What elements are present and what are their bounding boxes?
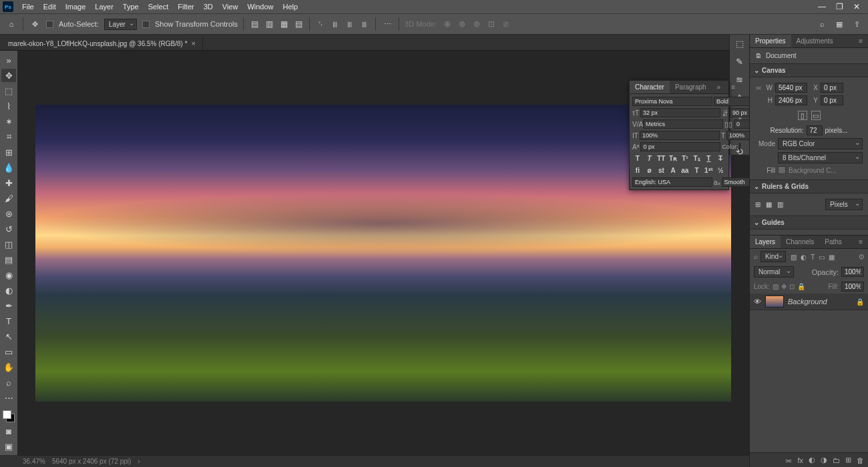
subscript[interactable]: T₁ [692,155,702,162]
document-tab[interactable]: marek-okon-Y8_LOflHcKQ-unsplash.jpg @ 36… [1,37,203,50]
shape-tool[interactable]: ▭ [1,345,16,358]
menu-3d[interactable]: 3D [199,1,218,12]
menu-type[interactable]: Type [118,1,144,12]
ligatures[interactable]: fi [633,167,642,174]
faux-bold[interactable]: T [633,155,642,162]
show-transform-checkbox[interactable] [142,21,150,28]
menu-filter[interactable]: Filter [173,1,198,12]
menu-edit[interactable]: Edit [39,1,61,12]
dodge-tool[interactable]: ◐ [1,284,16,297]
ordinals[interactable]: ø [645,167,654,174]
layer-fx-icon[interactable]: fx [797,456,803,464]
new-layer-icon[interactable]: ⊞ [845,456,851,464]
menu-image[interactable]: Image [61,1,91,12]
ruler-icon[interactable]: ⊞ [755,201,761,208]
blend-mode-dropdown[interactable]: Normal [754,266,794,278]
lasso-tool[interactable]: ⌇ [1,99,16,113]
menu-view[interactable]: View [218,1,243,12]
layers-tab[interactable]: Layers [750,236,781,248]
layers-menu-icon[interactable]: ≡ [853,236,868,248]
search-icon[interactable]: ⌕ [816,18,828,30]
canvas-section-head[interactable]: Canvas [750,63,868,77]
stylistic[interactable]: st [656,167,666,174]
landscape-icon[interactable]: ▭ [811,111,821,120]
strikethrough[interactable]: T [716,155,725,162]
opacity-input[interactable] [841,267,864,277]
align-center-icon[interactable]: ▥ [264,19,274,29]
layer-filter-icons[interactable]: ▧ ◐ T ▭ ▦ [789,253,835,261]
fill-swatch[interactable] [778,166,786,174]
menu-layer[interactable]: Layer [90,1,118,12]
adjustment-layer-icon[interactable]: ◑ [821,456,827,464]
foreground-color[interactable] [3,410,11,419]
handles-icon[interactable]: » [1,53,16,67]
font-family-input[interactable] [632,97,712,106]
ruler-units-dropdown[interactable]: Pixels [825,199,863,210]
tab-close-icon[interactable]: × [192,39,196,47]
color-swatches[interactable] [3,410,15,422]
all-caps[interactable]: TT [656,155,666,162]
filter-toggle-icon[interactable]: ⊙ [859,253,864,260]
character-tab[interactable]: Character [630,81,670,93]
baseline-input[interactable] [640,142,720,151]
x-input[interactable] [821,83,843,93]
fractions[interactable]: T [692,167,702,174]
history-brush-tool[interactable]: ↺ [1,222,16,236]
kerning-input[interactable] [643,119,723,129]
resolution-input[interactable] [807,125,823,135]
rulers-section-head[interactable]: Rulers & Grids [750,179,868,193]
distribute-h-icon[interactable]: ␋ [315,19,326,29]
filter-adjust-icon[interactable]: ◐ [801,254,807,261]
delete-layer-icon[interactable]: 🗑 [857,456,864,464]
align-top-icon[interactable]: ▤ [293,19,304,29]
distribute-icons[interactable]: ␋ ⫼ ⫼ ⫼ [315,19,370,29]
height-input[interactable] [775,95,807,105]
channels-tab[interactable]: Channels [781,236,819,248]
filter-pixel-icon[interactable]: ▧ [791,254,797,261]
zoom-tool[interactable]: ⌕ [1,376,16,389]
vscale-input[interactable] [640,131,720,140]
language-input[interactable] [632,177,712,187]
move-tool[interactable]: ✥ [1,69,16,82]
auto-select-dropdown[interactable]: Layer [104,19,137,30]
guides-icon[interactable]: ▥ [777,201,783,208]
panel-menu-icon[interactable]: ≡ [726,81,740,93]
panel-collapse-icon[interactable]: » [712,81,726,93]
more-options-icon[interactable]: ⋯ [381,18,393,30]
grid-icon[interactable]: ▦ [766,201,772,208]
gradient-tool[interactable]: ▤ [1,253,16,266]
blur-tool[interactable]: ◉ [1,268,16,282]
healing-tool[interactable]: ✚ [1,176,16,189]
link-layers-icon[interactable]: ⫘ [785,456,792,464]
portrait-icon[interactable]: ▯ [798,111,807,120]
faux-italic[interactable]: T [645,155,654,162]
window-close[interactable]: ✕ [848,2,865,11]
edit-toolbar[interactable]: ⋯ [1,391,16,404]
menu-help[interactable]: Help [278,1,303,12]
eyedropper-tool[interactable]: 💧 [1,161,16,174]
path-select-tool[interactable]: ↖ [1,330,16,343]
character-panel[interactable]: Character Paragraph » ≡ τT ⭿ V/A ▯▯ IT T [629,80,729,190]
zoom-value[interactable]: 36.47% [23,458,45,465]
layer-fill-input[interactable] [841,282,864,292]
ordinals2[interactable]: 1ˢᵗ [704,167,713,174]
titling[interactable]: aa [680,167,690,174]
group-icon[interactable]: 🗀 [833,456,840,464]
distribute-3-icon[interactable]: ⫼ [345,19,355,29]
type-tool[interactable]: T [1,314,16,328]
frame-tool[interactable]: ⊞ [1,145,16,159]
color-mode-dropdown[interactable]: RGB Color [778,138,863,149]
layer-mask-icon[interactable]: ◐ [809,456,815,464]
visibility-icon[interactable]: 👁 [754,298,761,306]
distribute-4-icon[interactable]: ⫼ [359,19,370,29]
layer-filter-dropdown[interactable]: Kind [761,251,786,262]
bits-dropdown[interactable]: 8 Bits/Channel [778,152,863,163]
lock-all-icon[interactable]: 🔒 [797,283,805,290]
properties-tab[interactable]: Properties [750,35,791,47]
properties-menu-icon[interactable]: ≡ [853,35,868,47]
screen-mode-tool[interactable]: ▣ [1,440,16,453]
paths-tab[interactable]: Paths [819,236,847,248]
underline[interactable]: T [704,155,713,162]
quick-mask-tool[interactable]: ◙ [1,424,16,438]
distribute-v-icon[interactable]: ⫼ [330,19,341,29]
